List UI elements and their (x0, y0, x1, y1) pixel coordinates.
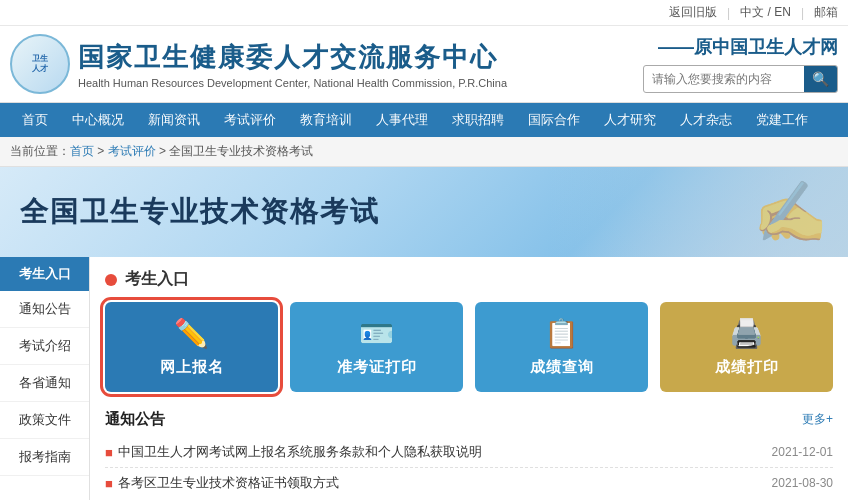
admit-card-icon: 🪪 (359, 317, 394, 350)
sep2: | (801, 6, 804, 20)
main-content: 考生入口 通知公告 考试介绍 各省通知 政策文件 报考指南 考生入口 ✏️ 网上… (0, 257, 848, 500)
nav-exam[interactable]: 考试评价 (212, 103, 288, 137)
register-icon: ✏️ (174, 317, 209, 350)
section-header: 考生入口 (105, 269, 833, 290)
nav-international[interactable]: 国际合作 (516, 103, 592, 137)
breadcrumb-level1[interactable]: 考试评价 (108, 144, 156, 158)
content-area: 考生入口 ✏️ 网上报名 🪪 准考证打印 📋 成绩查询 🖨️ 成绩打印 (90, 257, 848, 500)
breadcrumb-current: 全国卫生专业技术资格考试 (169, 144, 313, 158)
top-bar: 返回旧版 | 中文 / EN | 邮箱 (0, 0, 848, 26)
nav-talent-research[interactable]: 人才研究 (592, 103, 668, 137)
notice-date-2: 2021-08-30 (772, 476, 833, 490)
score-print-icon: 🖨️ (729, 317, 764, 350)
nav-home[interactable]: 首页 (10, 103, 60, 137)
site-slogan: ——原中国卫生人才网 (658, 35, 838, 59)
section-title: 考生入口 (125, 269, 189, 290)
hero-decoration: ✍ (753, 177, 828, 248)
sidebar-item-guide[interactable]: 报考指南 (0, 439, 89, 476)
main-nav: 首页 中心概况 新闻资讯 考试评价 教育培训 人事代理 求职招聘 国际合作 人才… (0, 103, 848, 137)
notice-date-1: 2021-12-01 (772, 445, 833, 459)
notice-item-1: ■ 中国卫生人才网考试网上报名系统服务条款和个人隐私获取说明 2021-12-0… (105, 437, 833, 468)
entry-btn-score-query[interactable]: 📋 成绩查询 (475, 302, 648, 392)
hero-title: 全国卫生专业技术资格考试 (20, 193, 380, 231)
nav-news[interactable]: 新闻资讯 (136, 103, 212, 137)
site-title-cn: 国家卫生健康委人才交流服务中心 (78, 40, 507, 75)
notice-section: 通知公告 更多+ ■ 中国卫生人才网考试网上报名系统服务条款和个人隐私获取说明 … (105, 410, 833, 498)
breadcrumb: 当前位置：首页 > 考试评价 > 全国卫生专业技术资格考试 (0, 137, 848, 167)
entry-btn-admit-card[interactable]: 🪪 准考证打印 (290, 302, 463, 392)
notice-more-link[interactable]: 更多+ (802, 411, 833, 428)
notice-bullet-2: ■ (105, 476, 113, 491)
score-print-label: 成绩打印 (715, 358, 779, 377)
search-box: 🔍 (643, 65, 838, 93)
header-right: ——原中国卫生人才网 🔍 (643, 35, 838, 93)
header-logo: 卫生人才 国家卫生健康委人才交流服务中心 Health Human Resour… (10, 34, 643, 94)
sidebar-item-notice[interactable]: 通知公告 (0, 291, 89, 328)
notice-item-2: ■ 各考区卫生专业技术资格证书领取方式 2021-08-30 (105, 468, 833, 498)
breadcrumb-sep2: > (159, 144, 169, 158)
hero-banner: 全国卫生专业技术资格考试 ✍ (0, 167, 848, 257)
entry-buttons-grid: ✏️ 网上报名 🪪 准考证打印 📋 成绩查询 🖨️ 成绩打印 (105, 302, 833, 392)
logo-icon: 卫生人才 (10, 34, 70, 94)
sidebar-item-policy[interactable]: 政策文件 (0, 402, 89, 439)
nav-party[interactable]: 党建工作 (744, 103, 820, 137)
old-version-link[interactable]: 返回旧版 (669, 4, 717, 21)
nav-overview[interactable]: 中心概况 (60, 103, 136, 137)
breadcrumb-sep1: > (97, 144, 107, 158)
sidebar-item-intro[interactable]: 考试介绍 (0, 328, 89, 365)
header: 卫生人才 国家卫生健康委人才交流服务中心 Health Human Resour… (0, 26, 848, 103)
entry-btn-score-print[interactable]: 🖨️ 成绩打印 (660, 302, 833, 392)
admit-card-label: 准考证打印 (337, 358, 417, 377)
header-title: 国家卫生健康委人才交流服务中心 Health Human Resources D… (78, 40, 507, 89)
nav-hr[interactable]: 人事代理 (364, 103, 440, 137)
sidebar-item-provincial[interactable]: 各省通知 (0, 365, 89, 402)
register-label: 网上报名 (160, 358, 224, 377)
search-input[interactable] (644, 68, 804, 90)
notice-header: 通知公告 更多+ (105, 410, 833, 429)
nav-jobs[interactable]: 求职招聘 (440, 103, 516, 137)
notice-text-2[interactable]: 各考区卫生专业技术资格证书领取方式 (118, 474, 762, 492)
score-query-label: 成绩查询 (530, 358, 594, 377)
sep1: | (727, 6, 730, 20)
site-title-en: Health Human Resources Development Cente… (78, 77, 507, 89)
nav-education[interactable]: 教育培训 (288, 103, 364, 137)
entry-btn-register[interactable]: ✏️ 网上报名 (105, 302, 278, 392)
mail-link[interactable]: 邮箱 (814, 4, 838, 21)
notice-title: 通知公告 (105, 410, 165, 429)
notice-text-1[interactable]: 中国卫生人才网考试网上报名系统服务条款和个人隐私获取说明 (118, 443, 762, 461)
search-button[interactable]: 🔍 (804, 66, 837, 92)
notice-bullet-1: ■ (105, 445, 113, 460)
score-query-icon: 📋 (544, 317, 579, 350)
sidebar-header: 考生入口 (0, 257, 89, 291)
section-dot (105, 274, 117, 286)
breadcrumb-home[interactable]: 首页 (70, 144, 94, 158)
language-switch[interactable]: 中文 / EN (740, 4, 791, 21)
sidebar: 考生入口 通知公告 考试介绍 各省通知 政策文件 报考指南 (0, 257, 90, 500)
nav-magazine[interactable]: 人才杂志 (668, 103, 744, 137)
